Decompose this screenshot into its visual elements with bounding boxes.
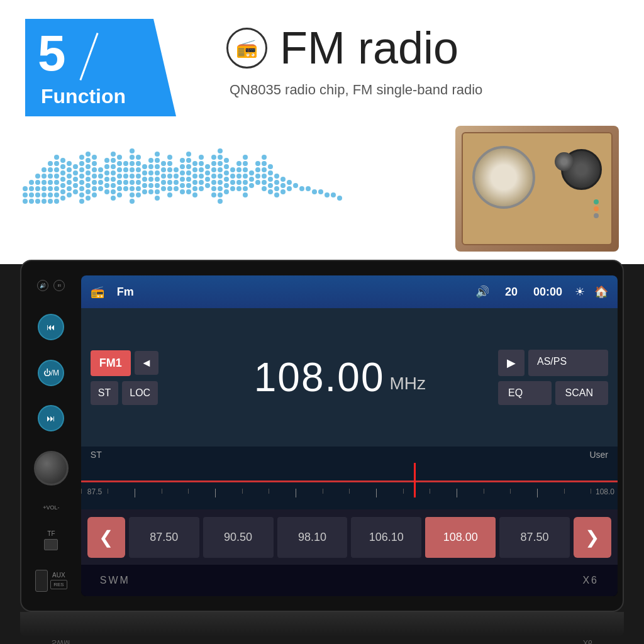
preset-4[interactable]: 106.10 — [351, 517, 421, 558]
frequency-value: 108.00 — [254, 354, 385, 401]
svg-point-165 — [186, 177, 191, 182]
function-badge: 5 Function — [25, 19, 201, 119]
home-icon: 🏠 — [594, 285, 608, 299]
svg-point-133 — [155, 164, 160, 169]
svg-point-40 — [67, 161, 72, 166]
radio-small-knob — [555, 152, 574, 171]
svg-point-10 — [35, 192, 40, 197]
svg-point-217 — [243, 167, 248, 172]
svg-point-92 — [117, 155, 122, 160]
svg-point-196 — [218, 180, 223, 185]
scan-button[interactable]: SCAN — [555, 381, 609, 405]
svg-point-151 — [174, 167, 179, 172]
svg-point-199 — [218, 199, 223, 204]
svg-point-160 — [180, 189, 185, 194]
play-button[interactable]: ▶ — [498, 350, 525, 376]
svg-point-219 — [243, 180, 248, 185]
svg-point-25 — [54, 155, 59, 160]
svg-point-211 — [236, 167, 242, 172]
svg-point-6 — [29, 199, 34, 204]
svg-point-44 — [67, 186, 72, 191]
device-section: 🔊 IR ⏮ ⏻/M ⏭ +VOL- TF AUX RES — [0, 264, 644, 644]
svg-point-47 — [73, 170, 78, 175]
tuner-section: ST User — [81, 447, 618, 509]
svg-point-48 — [73, 177, 78, 182]
svg-point-249 — [293, 183, 298, 188]
tuner-bar[interactable]: 87.5 108.0 — [81, 463, 618, 497]
preset-right-arrow[interactable]: ❯ — [574, 517, 611, 558]
prev-button[interactable]: ⏮ — [38, 314, 64, 340]
svg-point-188 — [211, 180, 216, 185]
svg-point-21 — [48, 180, 53, 185]
svg-point-79 — [104, 164, 109, 169]
eq-scan-row: EQ SCAN — [498, 381, 608, 405]
svg-point-34 — [60, 164, 65, 169]
svg-point-191 — [218, 148, 223, 153]
svg-point-51 — [79, 155, 84, 160]
power-mode-button[interactable]: ⏻/M — [38, 360, 64, 386]
svg-point-223 — [249, 177, 254, 182]
asps-button[interactable]: AS/PS — [528, 350, 608, 376]
status-right: ☀ 🏠 — [575, 285, 608, 299]
svg-point-17 — [42, 199, 47, 204]
time-display: 00:00 — [533, 286, 562, 299]
right-controls: ▶ AS/PS EQ SCAN — [498, 350, 608, 405]
svg-point-36 — [60, 177, 65, 182]
svg-point-69 — [92, 167, 97, 172]
svg-point-57 — [79, 192, 84, 197]
svg-point-136 — [155, 183, 160, 188]
device-bottom-label: SWM X6 — [81, 565, 618, 596]
volume-knob[interactable] — [34, 451, 69, 486]
st-button[interactable]: ST — [91, 381, 118, 405]
svg-point-94 — [117, 167, 122, 172]
preset-5-active[interactable]: 108.00 — [425, 517, 496, 558]
preset-2[interactable]: 90.50 — [203, 517, 274, 558]
svg-point-233 — [262, 180, 267, 185]
svg-point-237 — [268, 177, 273, 182]
preset-3[interactable]: 98.10 — [277, 517, 348, 558]
svg-point-181 — [205, 170, 210, 175]
svg-point-241 — [274, 180, 279, 185]
svg-point-236 — [268, 170, 273, 175]
svg-point-38 — [60, 189, 65, 194]
loc-button[interactable]: LOC — [122, 381, 158, 405]
preset-left-arrow[interactable]: ❮ — [87, 517, 125, 558]
svg-point-182 — [205, 177, 210, 182]
next-button[interactable]: ⏭ — [38, 405, 64, 431]
svg-point-169 — [192, 167, 197, 172]
svg-point-59 — [86, 152, 91, 157]
svg-point-116 — [136, 174, 141, 179]
left-arrow-button[interactable]: ◄ — [135, 351, 158, 375]
svg-point-198 — [218, 192, 223, 197]
svg-point-248 — [287, 186, 292, 191]
svg-point-41 — [67, 167, 72, 172]
ir-icon: IR — [53, 280, 65, 291]
svg-point-4 — [29, 186, 34, 191]
aux-port — [35, 570, 48, 592]
svg-point-115 — [136, 167, 141, 172]
svg-point-29 — [54, 180, 59, 185]
svg-point-174 — [199, 155, 204, 160]
svg-point-95 — [117, 174, 122, 179]
svg-point-108 — [130, 174, 135, 179]
mode-text: Fm — [117, 286, 134, 299]
svg-point-245 — [280, 183, 286, 188]
small-icons-row: 🔊 IR — [37, 280, 65, 291]
svg-point-143 — [161, 186, 166, 191]
svg-point-73 — [92, 192, 97, 197]
res-button[interactable]: RES — [50, 580, 67, 589]
fm-bank-button[interactable]: FM1 — [91, 350, 131, 376]
svg-point-146 — [167, 167, 172, 172]
preset-6[interactable]: 87.50 — [499, 517, 570, 558]
svg-point-24 — [48, 199, 53, 204]
svg-point-172 — [192, 186, 197, 191]
svg-point-18 — [48, 161, 53, 166]
svg-point-119 — [136, 192, 141, 197]
eq-button[interactable]: EQ — [498, 381, 552, 405]
svg-point-204 — [224, 183, 229, 188]
svg-point-100 — [123, 167, 128, 172]
model-name: X6 — [582, 575, 599, 586]
svg-point-216 — [243, 161, 248, 166]
svg-point-235 — [268, 164, 273, 169]
preset-1[interactable]: 87.50 — [129, 517, 199, 558]
